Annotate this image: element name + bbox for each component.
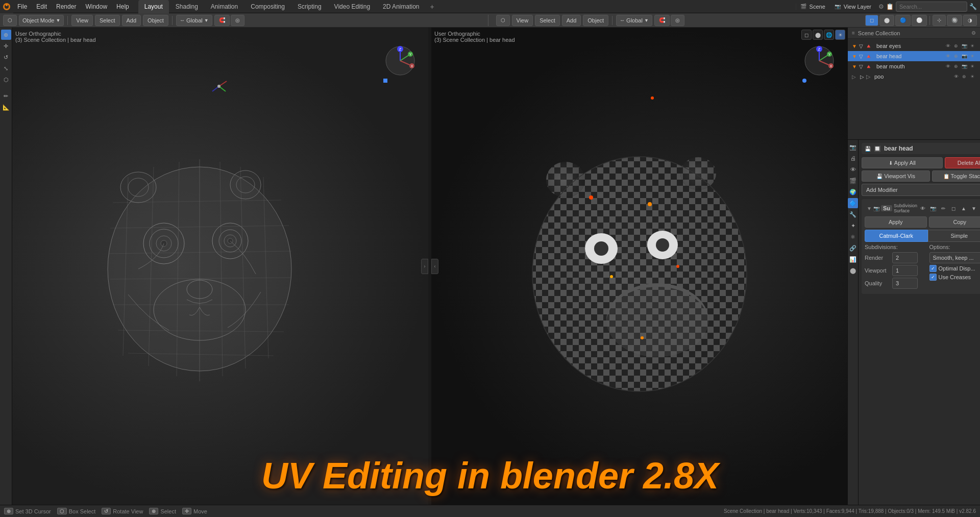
mod-cage-icon[interactable]: ◻ (949, 204, 958, 213)
view-menu-btn[interactable]: View (71, 15, 93, 26)
viewport-shading-btn-render[interactable]: ⚪ (912, 15, 927, 26)
prop-icon-particles[interactable]: ✦ (848, 220, 858, 231)
prop-icon-view[interactable]: 👁 (848, 164, 858, 175)
transform-tool-btn[interactable]: ⬡ (1, 75, 11, 85)
outliner-item-poo[interactable]: ▷ ▷ ▷ poo 👁 ⊕ ☀ (848, 71, 980, 82)
item-render-toggle-4[interactable]: ☀ (969, 73, 976, 80)
item-camera-toggle[interactable]: 📷 (961, 42, 968, 50)
item-cursor-toggle-3[interactable]: ⊕ (952, 63, 960, 70)
mod-eye-icon[interactable]: 👁 (918, 204, 927, 213)
transform-dropdown[interactable]: ↔ Global ▼ (176, 15, 212, 26)
editor-type-button-2[interactable]: ⬡ (496, 15, 510, 26)
measure-tool-btn[interactable]: 📐 (1, 102, 11, 112)
select-menu-btn-2[interactable]: Select (535, 15, 560, 26)
add-menu-btn[interactable]: Add (122, 15, 141, 26)
prop-icon-object[interactable]: 🔷 (848, 198, 858, 208)
bear-wireframe-model[interactable] (77, 126, 322, 407)
bear-checker-model[interactable] (499, 118, 780, 414)
outliner-item-bear-eyes[interactable]: ▼ ▽ 🔺 bear eyes 👁 ⊕ 📷 ☀ (848, 41, 980, 51)
rotate-tool-btn[interactable]: ↺ (1, 52, 11, 62)
viewport-shading-btn-material[interactable]: 🔵 (895, 15, 911, 26)
copy-modifier-button[interactable]: Copy (929, 216, 981, 228)
menu-render[interactable]: Render (52, 2, 80, 11)
toggle-stack-button[interactable]: 📋 Toggle Stack (932, 170, 980, 182)
prop-icon-scene[interactable]: 🎬 (848, 176, 858, 186)
overlay-btn[interactable]: 🔘 (947, 15, 962, 26)
viewport-right[interactable]: User Orthographic (3) Scene Collection |… (431, 28, 847, 505)
optimal-disp-checkbox[interactable]: ✓ (929, 265, 937, 272)
proportional-btn-2[interactable]: ◎ (671, 15, 684, 26)
outliner-filter-btn[interactable]: ⚙ (971, 30, 976, 36)
menu-window[interactable]: Window (81, 2, 111, 11)
global-search-input[interactable] (896, 2, 967, 12)
catmull-clark-tab[interactable]: Catmull-Clark (865, 230, 928, 242)
item-eye-toggle-3[interactable]: 👁 (944, 63, 951, 70)
prop-icon-world[interactable]: 🌍 (848, 187, 858, 197)
item-cursor-toggle-2[interactable]: ⊕ (952, 53, 960, 60)
smooth-keep-dropdown[interactable]: Smooth, keep ... ▼ (929, 252, 981, 263)
item-render-toggle[interactable]: ☀ (969, 42, 976, 50)
object-menu-btn[interactable]: Object (143, 15, 168, 26)
menu-edit[interactable]: Edit (32, 2, 51, 11)
tab-scripting[interactable]: Scripting (291, 0, 328, 13)
add-modifier-button[interactable]: Add Modifier ▼ (862, 184, 980, 196)
prop-icon-render[interactable]: 📷 (848, 142, 858, 152)
viewport-value[interactable]: 1 (892, 265, 918, 276)
blender-logo-icon[interactable] (0, 0, 13, 13)
add-workspace-button[interactable]: + (426, 2, 438, 12)
tab-video-editing[interactable]: Video Editing (328, 0, 377, 13)
snap-btn[interactable]: 🧲 (214, 15, 230, 26)
menu-file[interactable]: File (13, 2, 31, 11)
simple-tab[interactable]: Simple (928, 230, 981, 242)
modifier-camera-icon[interactable]: 📷 (873, 206, 879, 211)
mod-edit-icon[interactable]: ✏ (939, 204, 948, 213)
object-mode-dropdown[interactable]: Object Mode ▼ (19, 15, 64, 26)
outliner-item-bear-head[interactable]: ▼ ▽ 🔺 bear head 👁 ⊕ 📷 ☀ (848, 51, 980, 61)
prop-icon-output[interactable]: 🖨 (848, 153, 858, 163)
item-camera-toggle-3[interactable]: 📷 (961, 63, 968, 70)
item-render-toggle-2[interactable]: ☀ (969, 53, 976, 60)
shading-solid-btn[interactable]: ⬤ (813, 30, 823, 40)
move-tool-btn[interactable]: ✛ (1, 41, 11, 51)
use-creases-checkbox[interactable]: ✓ (929, 274, 937, 281)
tab-animation[interactable]: Animation (205, 0, 244, 13)
view-menu-btn-2[interactable]: View (512, 15, 533, 26)
mod-down-icon[interactable]: ▼ (969, 204, 978, 213)
modifier-name-label[interactable]: Su (881, 205, 892, 211)
item-cursor-toggle[interactable]: ⊕ (952, 42, 960, 50)
delete-all-button[interactable]: Delete All (945, 157, 980, 168)
annotate-tool-btn[interactable]: ✏ (1, 91, 11, 101)
nav-gizmo-left[interactable]: Z Y X (382, 43, 418, 79)
scale-tool-btn[interactable]: ⤡ (1, 63, 11, 73)
tab-shading[interactable]: Shading (169, 0, 204, 13)
tab-2d-animation[interactable]: 2D Animation (377, 0, 425, 13)
prop-icon-physics[interactable]: ⚛ (848, 232, 858, 242)
cursor-tool-btn[interactable]: ⊕ (1, 30, 11, 40)
quality-value[interactable]: 3 (892, 278, 918, 289)
viewport-shading-btn-solid[interactable]: ⬤ (879, 15, 894, 26)
prop-icon-material[interactable]: ⬤ (848, 265, 858, 276)
mod-render-icon[interactable]: 📷 (928, 204, 938, 213)
select-menu-btn[interactable]: Select (95, 15, 120, 26)
item-eye-toggle-4[interactable]: 👁 (952, 73, 960, 80)
add-menu-btn-2[interactable]: Add (562, 15, 581, 26)
xray-btn[interactable]: ◑ (963, 15, 977, 26)
apply-all-button[interactable]: ⬇ Apply All (862, 157, 943, 168)
modifier-expand-icon[interactable]: ▼ (867, 206, 872, 211)
apply-modifier-button[interactable]: Apply (865, 216, 927, 228)
viewport-shading-btn-wire[interactable]: ◻ (865, 15, 878, 26)
tab-compositing[interactable]: Compositing (244, 0, 291, 13)
shading-render-btn[interactable]: ☀ (835, 30, 845, 40)
mod-up-icon[interactable]: ▲ (959, 204, 968, 213)
gizmo-btn[interactable]: ⊹ (933, 15, 946, 26)
prop-icon-data[interactable]: 📊 (848, 254, 858, 264)
shading-material-btn[interactable]: 🌐 (824, 30, 834, 40)
item-eye-toggle[interactable]: 👁 (944, 42, 951, 50)
render-value[interactable]: 2 (892, 252, 918, 263)
snap-btn-2[interactable]: 🧲 (654, 15, 670, 26)
shading-wireframe-btn[interactable]: ◻ (801, 30, 812, 40)
item-render-toggle-3[interactable]: ☀ (969, 63, 976, 70)
item-cursor-toggle-4[interactable]: ⊕ (961, 73, 968, 80)
proportional-btn[interactable]: ◎ (231, 15, 244, 26)
transform-dropdown-2[interactable]: ↔ Global ▼ (616, 15, 652, 26)
